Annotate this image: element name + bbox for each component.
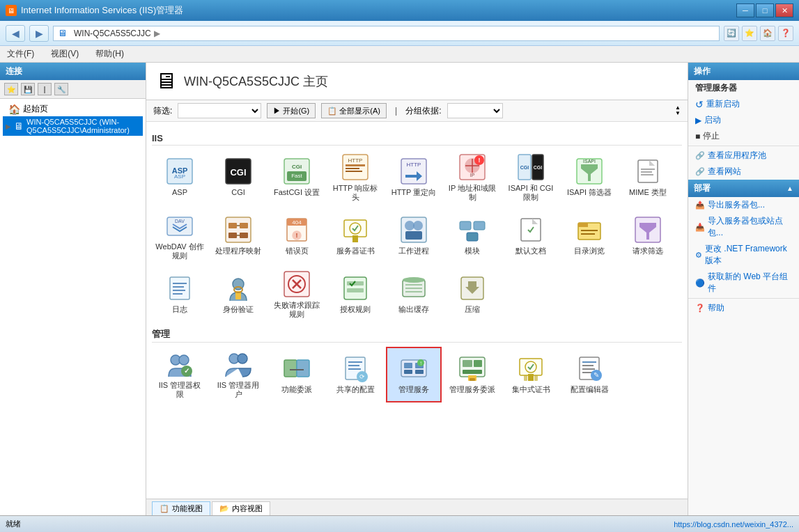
address-input[interactable]: 🖥 WIN-Q5CA5S5CJJC ▶ [53,26,720,41]
collapse-deploy-icon[interactable]: ▲ [786,185,793,192]
start-button[interactable]: ▶ 开始(G) [267,103,316,118]
sidebar-tree: 🏠 起始页 ▶ 🖥 WIN-Q5CA5S5CJJC (WIN-Q5CA5S5CJ… [0,99,146,515]
home-icon[interactable]: 🏠 [760,26,775,41]
icon-mgr-users[interactable]: IIS 管理器用户 [210,347,266,402]
icon-log[interactable]: 日志 [152,267,208,322]
back-button[interactable]: ◀ [6,25,25,42]
status-url: https://blog.csdn.net/weixin_4372... [674,520,793,529]
menu-file[interactable]: 文件(F) [4,47,37,61]
tree-label-home: 起始页 [23,103,48,115]
group-by-select[interactable] [447,103,503,118]
icon-failed[interactable]: 失败请求跟踪规则 [269,267,325,322]
svg-rect-116 [582,361,596,363]
star-icon[interactable]: ⭐ [742,26,757,41]
panel-item-export[interactable]: 📤 导出服务器包... [688,197,799,213]
icon-module[interactable]: 模块 [444,208,500,264]
panel-item-dotnet[interactable]: ⚙ 更改 .NET Framework 版本 [688,241,799,269]
panel-item-web-platform[interactable]: 🔵 获取新的 Web 平台组件 [688,269,799,297]
icon-cache[interactable]: 输出缓存 [386,267,442,322]
show-all-button[interactable]: 📋 全部显示(A) [321,103,387,118]
tab-feature-view[interactable]: 📋 功能视图 [152,501,210,515]
toolbar-save[interactable]: 💾 [21,83,35,95]
icon-mime[interactable]: MIME 类型 [620,150,676,205]
icon-mgr-rights[interactable]: ✓ IIS 管理器权限 [152,347,208,402]
svg-rect-36 [228,223,237,228]
icon-mgmt-svc[interactable]: ↑ 管理服务 [386,347,442,402]
menu-view[interactable]: 视图(V) [48,47,82,61]
content-header: 🖥 WIN-Q5CA5S5CJJC 主页 [146,63,688,100]
panel-item-import[interactable]: 📥 导入服务器包或站点包... [688,213,799,241]
panel-item-view-sites[interactable]: 🔗 查看网站 [688,164,799,180]
tree-item-homepage[interactable]: 🏠 起始页 [3,102,143,116]
tab-content-view[interactable]: 📂 内容视图 [212,501,270,515]
icon-webdav[interactable]: DAV WebDAV 创作规则 [152,208,208,264]
menu-help[interactable]: 帮助(H) [93,47,127,61]
bottom-tabs: 📋 功能视图 📂 内容视图 [146,499,688,515]
icon-default-doc[interactable]: 默认文档 [503,208,559,264]
icon-label-asp: ASP [172,188,187,197]
icon-mgmt-delegate[interactable]: 管理服务委派 [444,347,500,402]
icon-cgi[interactable]: CGI CGI [210,150,266,205]
icon-compress[interactable]: 压缩 [444,267,500,322]
svg-rect-89 [284,360,297,377]
svg-rect-118 [582,368,595,370]
icon-error[interactable]: 404 ! 错误页 [269,208,325,264]
web-platform-icon: 🔵 [695,279,705,288]
icon-label-isapi: ISAPI 筛选器 [567,188,612,197]
svg-rect-81 [405,291,422,292]
scroll-controls[interactable]: ▲ ▼ [675,105,681,116]
icon-shared-config[interactable]: ⟳ 共享的配置 [327,347,383,402]
icon-label-worker: 工作进程 [398,247,429,256]
minimize-button[interactable]: ─ [736,3,754,17]
icon-label-handler: 处理程序映射 [215,247,261,256]
toolbar-config[interactable]: 🔧 [54,83,68,95]
svg-text:Fast: Fast [291,173,302,179]
icon-http-redir[interactable]: HTTP HTTP 重定向 [386,150,442,205]
panel-item-view-apppool[interactable]: 🔗 查看应用程序池 [688,148,799,164]
icon-cert[interactable]: 服务器证书 [327,208,383,264]
icon-req-filter[interactable]: 请求筛选 [620,208,676,264]
tree-item-server[interactable]: ▶ 🖥 WIN-Q5CA5S5CJJC (WIN-Q5CA5S5CJJC\Adm… [3,116,143,136]
icon-config-editor[interactable]: ✎ 配置编辑器 [561,347,617,402]
icon-label-log: 日志 [172,305,187,314]
refresh-icon[interactable]: 🔄 [724,26,739,41]
panel-item-restart[interactable]: ↺ 重新启动 [688,96,799,112]
icon-label-mgmt-delegate: 管理服务委派 [449,385,495,394]
export-icon: 📤 [695,201,705,210]
import-icon: 📥 [695,223,705,232]
filter-select[interactable] [178,103,261,118]
panel-item-start[interactable]: ▶ 启动 [688,112,799,128]
svg-rect-55 [474,221,485,230]
svg-text:CGI: CGI [292,164,302,170]
icon-isapi[interactable]: ISAPI ISAPI 筛选器 [561,150,617,205]
toolbar-star[interactable]: ⭐ [4,83,18,95]
icon-handler[interactable]: 处理程序映射 [210,208,266,264]
forward-button[interactable]: ▶ [29,25,49,42]
close-button[interactable]: ✕ [775,3,793,17]
svg-rect-30 [641,169,655,170]
group-by-label: 分组依据: [405,105,441,117]
icon-dir[interactable]: 目录浏览 [561,208,617,264]
icon-isapi-cgi[interactable]: CGI CGI ISAPI 和 CGI 限制 [503,150,559,205]
icon-asp[interactable]: ASP ASP ASP [152,150,208,205]
maximize-button[interactable]: □ [756,3,774,17]
address-icons: 🔄 ⭐ 🏠 ❓ [724,26,793,41]
menu-bar: 文件(F) 视图(V) 帮助(H) [0,46,799,63]
icon-label-default-doc: 默认文档 [515,247,546,256]
icon-label-auth: 身份验证 [223,305,254,314]
help-icon[interactable]: ❓ [778,26,793,41]
panel-item-help[interactable]: ❓ 帮助 [688,300,799,316]
icon-authz[interactable]: 授权规则 [327,267,383,322]
icon-auth[interactable]: 身份验证 [210,267,266,322]
icon-central-cert[interactable]: 集中式证书 [503,347,559,402]
restart-icon: ↺ [695,99,704,110]
address-text: 🖥 WIN-Q5CA5S5CJJC [58,28,151,38]
panel-divider-2 [688,298,799,299]
icon-feature-delegate[interactable]: 功能委派 [269,347,325,402]
icon-ip[interactable]: IP ! IP 地址和域限制 [444,150,500,205]
icon-worker[interactable]: 工作进程 [386,208,442,264]
app-icon: 🖥 [6,5,17,16]
panel-item-stop[interactable]: ■ 停止 [688,128,799,144]
icon-http-resp[interactable]: HTTP HTTP 响应标头 [327,150,383,205]
icon-fastcgi[interactable]: CGI Fast FastCGI 设置 [269,150,325,205]
